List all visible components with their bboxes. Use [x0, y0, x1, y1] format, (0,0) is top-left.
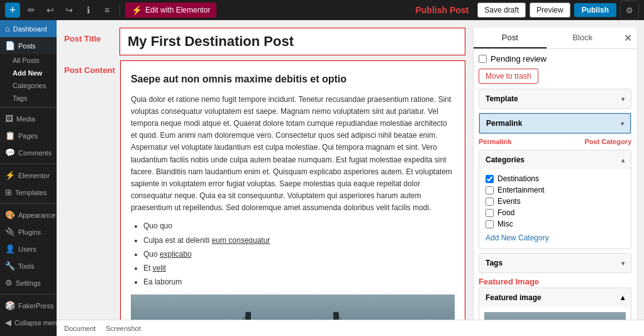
sidebar-sub-tags[interactable]: Tags [0, 92, 57, 104]
settings-sidebar-icon: ⚙ [5, 278, 13, 288]
publish-button[interactable]: Publish [574, 3, 616, 17]
more-button[interactable]: ≡ [99, 3, 114, 18]
sidebar-item-plugins[interactable]: 🔌 Plugins [0, 223, 57, 240]
editor-wrapper: Post Title Post Content Saepe aut non om… [57, 20, 644, 320]
tab-block[interactable]: Block [547, 28, 619, 48]
featured-image-annotation: Featured Image [479, 277, 539, 286]
sidebar-item-label: Posts [18, 42, 36, 50]
content-paragraph-1: Quia dolor et ratione nemo fugit tempore… [131, 94, 455, 215]
categories-accordion-header[interactable]: Categories ▴ [479, 150, 631, 169]
sidebar-divider-3 [0, 203, 57, 204]
sidebar-item-tools[interactable]: 🔧 Tools [0, 257, 57, 274]
sidebar-item-templates[interactable]: ⊞ Templates [0, 184, 57, 201]
category-checkbox-entertainment[interactable] [486, 186, 494, 194]
category-item-misc: Misc [486, 220, 625, 228]
list-item: Quo quo [143, 220, 455, 232]
sidebar-item-media[interactable]: 🖼 Media [0, 110, 57, 127]
chevron-down-icon: ▾ [621, 260, 625, 267]
pages-icon: 📋 [5, 131, 15, 140]
content-heading: Saepe aut non omnis maxime debitis et op… [131, 71, 455, 87]
info-button[interactable]: ℹ [80, 3, 96, 18]
category-label: Destinations [497, 174, 539, 183]
sidebar-item-dashboard[interactable]: ⌂ Dashboard [0, 20, 57, 37]
sidebar-divider [0, 107, 57, 108]
bottom-bar: Document Screenshot [57, 320, 644, 336]
sidebar-item-collapse[interactable]: ◀ Collapse menu [0, 314, 57, 331]
featured-image-header[interactable]: Featured image ▴ [479, 288, 631, 307]
chevron-down-icon: ▾ [621, 120, 624, 127]
sidebar-item-appearance[interactable]: 🎨 Appearance [0, 206, 57, 223]
sidebar-item-label: Users [18, 245, 36, 253]
close-panel-button[interactable]: ✕ [619, 30, 636, 47]
sidebar-divider-4 [0, 294, 57, 294]
pending-review-section: Pending review Move to trash [479, 54, 631, 84]
sidebar-sub-add-new[interactable]: Add New [0, 67, 57, 79]
template-accordion: Template ▾ [479, 89, 631, 109]
sidebar-item-users[interactable]: 👤 Users [0, 240, 57, 257]
publish-post-annotation: Publish Post [415, 5, 469, 15]
sidebar-item-label: Templates [15, 189, 47, 196]
top-toolbar: + ✏ ↩ ↪ ℹ ≡ ⚡ Edit with Elementor Publis… [0, 0, 644, 20]
tags-accordion-header[interactable]: Tags ▾ [479, 254, 631, 272]
chevron-up-icon: ▴ [621, 293, 625, 302]
post-title-input[interactable] [119, 28, 465, 55]
settings-button[interactable]: ⚙ [620, 1, 639, 20]
right-panel-tabs: Post Block ✕ [474, 28, 636, 49]
move-to-trash-button[interactable]: Move to trash [479, 69, 538, 84]
svg-rect-0 [131, 294, 455, 320]
pending-review-checkbox[interactable] [479, 55, 487, 63]
edit-icon-button[interactable]: ✏ [24, 3, 39, 18]
panel-annotations: Permalink Post Category [479, 138, 631, 147]
fakerpress-icon: 🎲 [5, 301, 15, 310]
category-checkbox-misc[interactable] [486, 220, 494, 228]
sidebar-item-posts[interactable]: 📄 Posts [0, 37, 57, 54]
templates-icon: ⊞ [5, 188, 12, 197]
redo-button[interactable]: ↪ [62, 3, 77, 18]
save-draft-button[interactable]: Save draft [477, 3, 526, 18]
add-block-button[interactable]: + [5, 3, 20, 18]
sidebar-item-label: Tools [18, 262, 35, 270]
sidebar: ⌂ Dashboard 📄 Posts All Posts Add New Ca… [0, 20, 57, 336]
tab-post[interactable]: Post [474, 28, 547, 48]
right-panel-content: Pending review Move to trash Template ▾ [474, 49, 636, 320]
edit-with-elementor-button[interactable]: ⚡ Edit with Elementor [125, 3, 216, 18]
list-item: Culpa est at deleniti eum consequatur [143, 235, 455, 247]
add-new-category-button[interactable]: Add New Category [486, 232, 549, 244]
undo-button[interactable]: ↩ [43, 3, 58, 18]
sidebar-item-label: FakerPress [18, 302, 53, 310]
pending-review-row: Pending review [479, 54, 631, 64]
sidebar-sub-categories[interactable]: Categories [0, 79, 57, 92]
preview-button[interactable]: Preview [530, 3, 570, 18]
content-list: Quo quo Culpa est at deleniti eum conseq… [143, 220, 455, 288]
post-title-annotation: Post Title [64, 28, 114, 43]
sidebar-divider-2 [0, 164, 57, 164]
category-checkbox-events[interactable] [486, 198, 494, 206]
sidebar-item-label: Media [16, 115, 35, 123]
categories-body: Destinations Entertainment Events [479, 169, 631, 249]
sidebar-item-pages[interactable]: 📋 Pages [0, 127, 57, 144]
category-label: Misc [497, 220, 513, 228]
sidebar-item-settings[interactable]: ⚙ Settings [0, 274, 57, 291]
content-area: Post Title Post Content Saepe aut non om… [57, 20, 644, 336]
template-label: Template [486, 94, 518, 103]
category-item-food: Food [486, 208, 625, 217]
tags-label: Tags [486, 259, 502, 267]
post-content-section: Post Content Saepe aut non omnis maxime … [64, 60, 465, 320]
sidebar-item-label: Settings [16, 279, 41, 287]
sidebar-sub-all-posts[interactable]: All Posts [0, 54, 57, 67]
sidebar-item-comments[interactable]: 💬 Comments [0, 144, 57, 161]
category-checkbox-destinations[interactable] [486, 175, 494, 183]
category-label: Events [497, 197, 521, 206]
template-accordion-header[interactable]: Template ▾ [479, 89, 631, 108]
chevron-up-icon: ▴ [621, 157, 625, 164]
sidebar-item-elementor[interactable]: ⚡ Elementor [0, 167, 57, 184]
sidebar-item-fakerpress[interactable]: 🎲 FakerPress [0, 297, 57, 314]
category-checkbox-food[interactable] [486, 209, 494, 217]
post-content-editor[interactable]: Saepe aut non omnis maxime debitis et op… [120, 60, 465, 320]
featured-image-thumbnail [484, 312, 626, 320]
featured-image-label: Featured image [486, 293, 541, 302]
document-label: Document [64, 325, 96, 332]
main-layout: ⌂ Dashboard 📄 Posts All Posts Add New Ca… [0, 20, 644, 336]
permalink-accordion-header[interactable]: Permalink ▾ [479, 113, 631, 133]
users-icon: 👤 [5, 244, 15, 254]
